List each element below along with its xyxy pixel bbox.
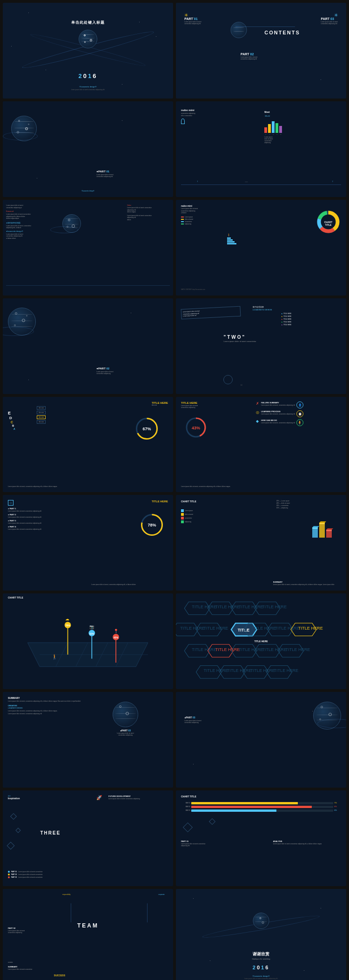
slide-3-part1: ●PART 01 Lorem ipsum dolor sit amet,cons…: [3, 101, 173, 197]
svg-text:TITLE HERE: TITLE HERE: [203, 669, 228, 673]
slide-16-part3: ●PART 03 Lorem ipsum dolor sit ametconse…: [176, 692, 346, 788]
svg-text:TITLE HERE: TITLE HERE: [203, 626, 228, 631]
svg-marker-21: [319, 521, 326, 523]
slide-10-failure: TITLE HERE Lorem ipsum dolor sit ametcon…: [176, 397, 346, 493]
svg-rect-17: [312, 527, 318, 529]
slide-18-chart-bars: CHART TITLE BAR 01 75% BAR 02 85%: [176, 790, 346, 886]
svg-text:TITLE: TITLE: [238, 628, 249, 633]
slide-17-inspiration: 设计 Inspiration 🚀 FUTURE DEVELOPMENT Lore…: [3, 790, 173, 886]
slide-13-pins: CHART TITLE 78%: [3, 593, 173, 689]
svg-text:TITLE HERE: TITLE HERE: [298, 626, 323, 631]
slide-7-part2: ●PART 02 Lorem ipsum dolor sit ametconse…: [3, 298, 173, 394]
svg-text:📷: 📷: [89, 625, 94, 630]
contents-title: CONTENTS: [264, 30, 300, 35]
designer-credit: ©lucaoneitz design®: [71, 86, 104, 88]
svg-text:TITLE HERE: TITLE HERE: [262, 605, 287, 609]
svg-marker-18: [312, 526, 319, 527]
year-display: 2016: [79, 72, 98, 79]
svg-text:67%: 67%: [142, 427, 151, 431]
svg-text:TITLE HERE: TITLE HERE: [286, 647, 310, 652]
svg-text:63%: 63%: [89, 632, 94, 635]
slide-1-title: 单击此处键入标题 2016 ©lucaoneitz design®: [3, 3, 173, 99]
svg-text:🚶: 🚶: [52, 654, 58, 660]
slide-14-hex: TITLE HERE TITLE HERE TITLE HERE TITLE H…: [176, 593, 346, 689]
slide-9-abcde: TITLE HERE title mini E D C B A title mi…: [3, 397, 173, 493]
svg-text:78%: 78%: [148, 523, 156, 527]
svg-text:78%: 78%: [66, 625, 71, 627]
slide-title: 单击此处键入标题: [71, 20, 105, 25]
slide-4-nubo: nubo mini consectetur adipisicingelit ur…: [176, 101, 346, 197]
svg-text:TITLE HERE: TITLE HERE: [192, 647, 216, 652]
svg-text:TITLE HERE: TITLE HERE: [239, 647, 263, 652]
svg-text:TITLE HERE: TITLE HERE: [239, 605, 263, 609]
svg-text:TITLE HERE: TITLE HERE: [274, 669, 298, 673]
svg-text:TITLE HERE: TITLE HERE: [180, 626, 205, 631]
slide-2-contents: ✳ ✳ CONTENTS PART 01 Lorem ipsum dolor s…: [176, 3, 346, 99]
slide-caption: lorem ipsum dolor sit amet consectetur a…: [71, 89, 104, 91]
slide-20-thanks: 谢谢欣赏 thankyou for watching 2016 ©lucaone…: [176, 889, 346, 980]
svg-marker-24: [326, 528, 333, 530]
slide-19-team: responsibility cooperate TEAM PART 02 Lo…: [3, 889, 173, 980]
slide-11-parts: ⬡ ● PART 1 Lorem ipsum dolor sit amet co…: [3, 495, 173, 591]
svg-text:TITLE HERE: TITLE HERE: [192, 605, 216, 609]
svg-text:📍: 📍: [114, 629, 119, 634]
svg-text:TITLE: TITLE: [325, 224, 332, 226]
svg-text:TITLE HERE: TITLE HERE: [215, 647, 240, 652]
svg-rect-20: [319, 523, 325, 524]
slide-15-summary-part3: SUMMARY Lorem ipsum dolor sit amet, cons…: [3, 692, 173, 788]
svg-rect-16: [312, 528, 318, 538]
thanks-title: 谢谢欣赏: [252, 951, 270, 957]
svg-text:TITLE HERE: TITLE HERE: [251, 626, 276, 631]
slides-grid: 单击此处键入标题 2016 ©lucaoneitz design®: [0, 0, 349, 980]
svg-text:43%: 43%: [192, 426, 200, 430]
svg-text:45%: 45%: [114, 637, 119, 639]
slide-8-two: Lorem ipsum dolor sit ametconsectetur ad…: [176, 298, 346, 394]
slide-5-info: Lorem ipsum dolor sit ametconsectetur ad…: [3, 200, 173, 296]
svg-rect-23: [326, 530, 332, 531]
svg-text:TITLE HERE: TITLE HERE: [262, 647, 287, 652]
svg-text:☁: ☁: [66, 617, 70, 621]
svg-rect-19: [319, 524, 325, 538]
svg-text:TITLE HERE: TITLE HERE: [215, 605, 240, 609]
svg-text:TITLE HERE: TITLE HERE: [227, 669, 252, 673]
slide-6-chart: nubo mini Lorem ipsum dolor sit ametcons…: [176, 200, 346, 296]
svg-text:TITLE HERE: TITLE HERE: [250, 669, 275, 673]
slide-12-chart3d: CHART TITLE 20% — Lorem ipsum 40% — dolo…: [176, 495, 346, 591]
svg-rect-22: [326, 531, 332, 538]
svg-text:TITLE HERE: TITLE HERE: [275, 626, 300, 631]
